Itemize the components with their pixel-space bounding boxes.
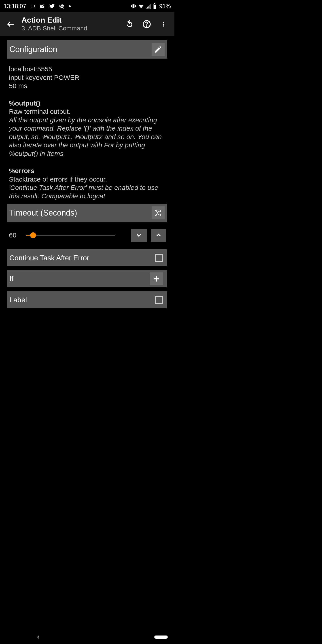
if-row[interactable]: If xyxy=(7,270,167,287)
revert-button[interactable] xyxy=(124,19,135,30)
label-row[interactable]: Label xyxy=(7,291,167,308)
continue-after-error-row[interactable]: Continue Task After Error xyxy=(7,249,167,266)
variable-short-desc: Stacktrace of errors if they occur. xyxy=(9,175,164,184)
status-bar: 13:18:07 x 91% xyxy=(0,0,174,12)
timeout-increment-button[interactable] xyxy=(151,229,166,242)
bug-icon xyxy=(59,3,64,9)
row-label: Continue Task After Error xyxy=(10,254,155,262)
app-bar: Action Edit 3. ADB Shell Command xyxy=(0,12,174,36)
laptop-icon xyxy=(30,4,36,9)
variable-short-desc: Raw terminal output. xyxy=(9,107,164,116)
svg-point-14 xyxy=(163,24,164,24)
config-line: input keyevent POWER xyxy=(9,73,164,82)
edit-configuration-button[interactable] xyxy=(152,43,164,56)
svg-point-13 xyxy=(163,22,164,23)
continue-after-error-checkbox[interactable] xyxy=(155,254,163,262)
page-subtitle: 3. ADB Shell Command xyxy=(22,24,119,32)
variable-long-desc: All the output given by the console afte… xyxy=(9,116,164,158)
variable-name: %errors xyxy=(9,166,164,175)
wifi-icon xyxy=(138,3,144,9)
variable-long-desc: 'Continue Task After Error' must be enab… xyxy=(9,183,164,200)
svg-point-5 xyxy=(69,5,71,7)
status-time: 13:18:07 xyxy=(4,3,26,10)
configuration-body: localhost:5555 input keyevent POWER 50 m… xyxy=(7,58,167,200)
slider-thumb-icon[interactable] xyxy=(30,232,36,238)
if-add-button[interactable] xyxy=(150,272,163,285)
battery-icon xyxy=(153,3,156,9)
page-title: Action Edit xyxy=(22,16,119,24)
svg-rect-9 xyxy=(154,3,155,4)
row-label: If xyxy=(10,275,150,283)
row-label: Label xyxy=(10,296,155,304)
variable-doc: %output() Raw terminal output. All the o… xyxy=(9,99,164,158)
timeout-slider[interactable] xyxy=(26,232,126,238)
timeout-decrement-button[interactable] xyxy=(131,229,147,242)
dot-icon xyxy=(69,5,71,8)
section-label: Timeout (Seconds) xyxy=(9,208,152,218)
overflow-menu-button[interactable] xyxy=(158,19,169,30)
svg-rect-0 xyxy=(31,5,34,7)
timeout-value: 60 xyxy=(9,232,22,239)
variable-doc: %errors Stacktrace of errors if they occ… xyxy=(9,166,164,200)
help-button[interactable] xyxy=(141,19,152,30)
svg-text:x: x xyxy=(150,7,151,9)
svg-rect-6 xyxy=(132,4,134,8)
label-checkbox[interactable] xyxy=(155,296,163,304)
battery-percent: 91% xyxy=(159,3,171,10)
configuration-values: localhost:5555 input keyevent POWER 50 m… xyxy=(9,65,164,90)
variable-name: %output() xyxy=(9,99,164,108)
svg-rect-10 xyxy=(154,4,156,5)
timeout-shuffle-button[interactable] xyxy=(152,206,164,219)
config-line: localhost:5555 xyxy=(9,65,164,73)
back-button[interactable] xyxy=(5,19,16,30)
mail-icon xyxy=(40,4,45,9)
section-label: Configuration xyxy=(9,45,152,54)
twitter-icon xyxy=(49,3,55,9)
vibrate-icon xyxy=(130,3,136,9)
timeout-header: Timeout (Seconds) xyxy=(7,204,167,222)
configuration-header: Configuration xyxy=(7,40,167,58)
svg-point-15 xyxy=(163,25,164,26)
config-line: 50 ms xyxy=(9,82,164,90)
svg-point-12 xyxy=(146,26,147,26)
signal-icon: x xyxy=(146,4,151,9)
